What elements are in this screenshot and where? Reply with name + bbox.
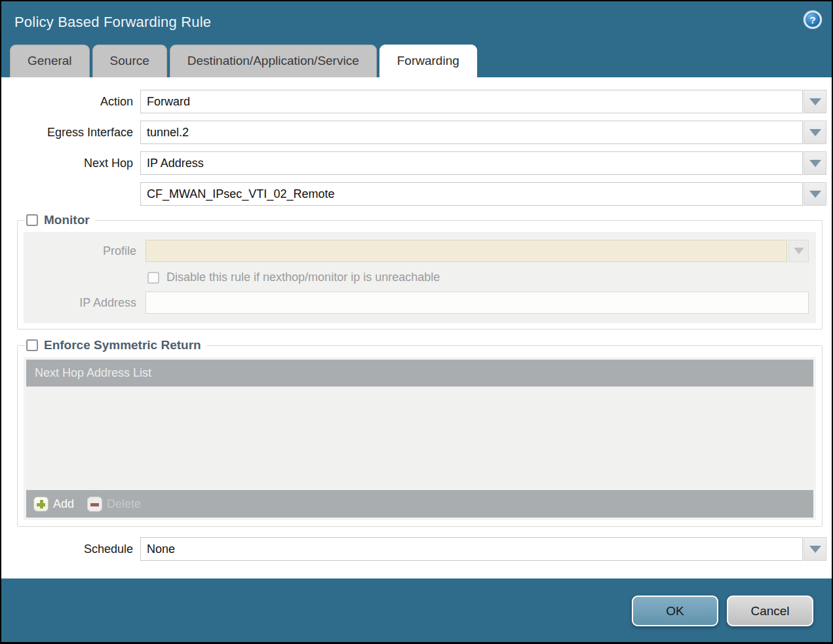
next-hop-address-list-body[interactable]	[26, 387, 813, 490]
monitor-legend-label: Monitor	[44, 213, 90, 227]
schedule-dropdown-button[interactable]	[804, 537, 826, 561]
enforce-symmetric-return-fieldset: Enforce Symmetric Return Next Hop Addres…	[17, 338, 823, 527]
next-hop-address-row: CF_MWAN_IPsec_VTI_02_Remote	[1, 182, 826, 206]
schedule-row: Schedule None	[1, 537, 826, 561]
next-hop-address-input[interactable]: CF_MWAN_IPsec_VTI_02_Remote	[140, 182, 803, 206]
next-hop-label: Next Hop	[1, 157, 140, 170]
tab-forwarding[interactable]: Forwarding	[379, 45, 477, 77]
tab-destination-application-service[interactable]: Destination/Application/Service	[170, 45, 377, 77]
disable-rule-label: Disable this rule if nexthop/monitor ip …	[166, 271, 440, 284]
ok-button[interactable]: OK	[632, 596, 718, 626]
profile-label: Profile	[24, 244, 145, 258]
chevron-down-icon	[809, 546, 821, 553]
dialog-footer: OK Cancel	[1, 578, 832, 642]
action-label: Action	[1, 95, 140, 109]
monitor-ip-address-input	[145, 292, 809, 314]
dialog-titlebar: Policy Based Forwarding Rule ?	[1, 1, 832, 43]
pbf-rule-dialog: Policy Based Forwarding Rule ? General S…	[1, 1, 832, 642]
enforce-symmetric-return-checkbox[interactable]	[26, 339, 38, 351]
tab-general[interactable]: General	[10, 45, 90, 77]
monitor-ip-address-label: IP Address	[24, 296, 145, 310]
add-button[interactable]: Add	[33, 497, 74, 512]
enforce-symmetric-return-legend: Enforce Symmetric Return	[25, 338, 206, 352]
delete-button: Delete	[87, 497, 141, 512]
next-hop-row: Next Hop IP Address	[1, 151, 826, 175]
schedule-label: Schedule	[1, 542, 140, 556]
dialog-title: Policy Based Forwarding Rule	[14, 14, 211, 31]
next-hop-address-dropdown-button[interactable]	[804, 182, 826, 206]
help-icon[interactable]: ?	[804, 10, 822, 29]
monitor-panel: Profile Disable this rule if nexthop/mon…	[24, 232, 816, 323]
tab-bar: General Source Destination/Application/S…	[1, 43, 832, 77]
next-hop-type-dropdown-button[interactable]	[804, 151, 826, 175]
plus-icon	[33, 497, 48, 512]
profile-row: Profile	[24, 240, 813, 262]
enforce-symmetric-return-legend-label: Enforce Symmetric Return	[44, 338, 201, 352]
chevron-down-icon	[809, 191, 821, 198]
egress-interface-input[interactable]: tunnel.2	[140, 121, 803, 144]
chevron-down-icon	[809, 98, 821, 105]
next-hop-address-list-footer: Add Delete	[26, 490, 813, 518]
profile-dropdown-button	[788, 240, 809, 262]
monitor-legend: Monitor	[25, 213, 95, 227]
disable-rule-checkbox	[147, 272, 159, 284]
next-hop-address-list-panel: Next Hop Address List Add Delete	[24, 357, 816, 520]
profile-input	[145, 240, 787, 262]
egress-interface-row: Egress Interface tunnel.2	[1, 121, 826, 144]
schedule-input[interactable]: None	[140, 537, 803, 561]
tab-content-forwarding: Action Forward Egress Interface tunnel.2…	[1, 77, 832, 578]
monitor-ip-address-row: IP Address	[24, 292, 813, 314]
action-row: Action Forward	[1, 90, 826, 113]
egress-interface-dropdown-button[interactable]	[804, 121, 826, 144]
egress-interface-label: Egress Interface	[1, 126, 140, 140]
next-hop-address-list-header: Next Hop Address List	[26, 360, 813, 387]
delete-button-label: Delete	[107, 497, 141, 511]
chevron-down-icon	[809, 129, 821, 136]
monitor-checkbox[interactable]	[26, 214, 38, 226]
minus-icon	[87, 497, 102, 512]
action-dropdown-button[interactable]	[804, 90, 826, 113]
action-input[interactable]: Forward	[140, 90, 803, 113]
add-button-label: Add	[53, 497, 74, 511]
chevron-down-icon	[794, 248, 804, 254]
tab-source[interactable]: Source	[92, 45, 167, 77]
monitor-fieldset: Monitor Profile Disable this rule if nex…	[17, 213, 823, 330]
cancel-button[interactable]: Cancel	[727, 596, 813, 626]
next-hop-type-input[interactable]: IP Address	[140, 151, 803, 175]
chevron-down-icon	[809, 160, 821, 167]
disable-rule-row: Disable this rule if nexthop/monitor ip …	[147, 271, 813, 284]
